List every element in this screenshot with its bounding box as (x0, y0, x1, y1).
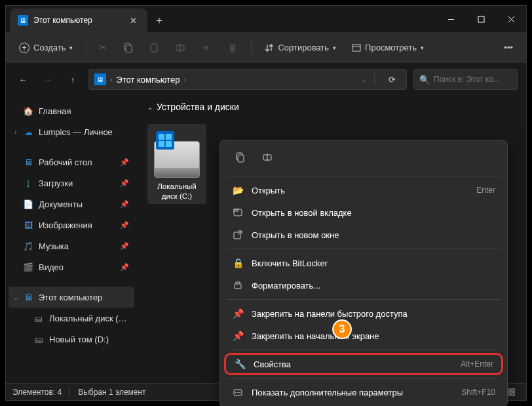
lock-icon: 🔒 (232, 258, 244, 268)
more-button[interactable]: ••• (497, 37, 520, 58)
cloud-icon: ☁ (23, 127, 33, 137)
svg-rect-18 (235, 284, 241, 289)
pin-icon: 📌 (120, 200, 129, 209)
sidebar-downloads[interactable]: ⭣Загрузки📌 (9, 173, 134, 193)
window-controls (436, 6, 526, 32)
svg-rect-25 (508, 393, 510, 396)
pin-icon: 📌 (120, 263, 129, 272)
ctx-pin-quick[interactable]: 📌Закрепить на панели быстрого доступа (224, 302, 503, 325)
maximize-button[interactable] (466, 6, 496, 32)
toolbar: + Создать ▾ ✂ Сортировать ▾ Просмотреть … (6, 32, 526, 64)
home-icon: 🏠 (23, 106, 33, 116)
sidebar-home[interactable]: 🏠Главная (9, 100, 134, 121)
ctx-format[interactable]: Форматировать... (224, 274, 503, 296)
view-button[interactable]: Просмотреть ▾ (345, 37, 430, 58)
refresh-button[interactable]: ⟳ (383, 70, 401, 89)
more-icon (232, 387, 244, 397)
rename-button[interactable] (168, 37, 192, 58)
thispc-icon: 🖥 (18, 15, 28, 26)
document-icon: 📄 (23, 199, 33, 209)
close-button[interactable] (496, 6, 526, 32)
chevron-right-icon[interactable]: › (11, 129, 20, 136)
delete-button[interactable] (221, 37, 244, 58)
svg-point-20 (235, 392, 237, 394)
minimize-button[interactable] (436, 6, 466, 32)
sidebar-onedrive[interactable]: ›☁Lumpics — Личное (9, 121, 134, 142)
ctx-properties[interactable]: 🔧СвойстваAlt+Enter (224, 353, 503, 375)
group-header[interactable]: ⌄ Устройства и диски (147, 102, 516, 112)
chevron-down-icon: ▾ (421, 45, 424, 51)
image-icon: 🖼 (23, 220, 33, 230)
thispc-icon: 🖥 (23, 292, 33, 302)
new-tab-button[interactable]: ＋ (147, 9, 171, 32)
sidebar-documents[interactable]: 📄Документы📌 (9, 193, 134, 214)
svg-rect-24 (512, 389, 514, 392)
svg-rect-1 (478, 16, 484, 22)
sidebar-desktop[interactable]: 🖥Рабочий стол📌 (9, 152, 134, 173)
ctx-open-tab[interactable]: Открыть в новой вкладке (224, 201, 503, 224)
chevron-down-icon: ⌄ (147, 104, 153, 111)
svg-point-21 (237, 392, 238, 394)
pin-icon: 📌 (232, 331, 244, 341)
thispc-icon: 🖥 (94, 73, 106, 85)
svg-rect-23 (508, 389, 510, 392)
ctx-open-window[interactable]: Открыть в новом окне (224, 224, 503, 246)
svg-rect-5 (126, 45, 132, 52)
back-button[interactable]: ← (14, 70, 32, 89)
copy-icon (123, 43, 133, 53)
sidebar-drive-d[interactable]: 🖴Новый том (D:) (9, 329, 134, 350)
search-box[interactable]: 🔍 (413, 69, 518, 90)
status-selected: Выбран 1 элемент (78, 388, 145, 397)
breadcrumb[interactable]: 🖥 › Этот компьютер › ⌄ ⟳ (88, 69, 407, 90)
svg-rect-16 (234, 209, 238, 211)
cut-icon: ✂ (100, 43, 107, 52)
chevron-right-icon: › (110, 76, 112, 83)
copy-button[interactable] (228, 147, 252, 168)
status-count: Элементов: 4 (12, 388, 62, 397)
cut-button[interactable]: ✂ (93, 37, 113, 58)
ctx-open[interactable]: 📂ОткрытьEnter (224, 179, 503, 201)
share-button[interactable] (195, 37, 218, 58)
ctx-pin-start[interactable]: 📌Закрепить на начальном экране (224, 325, 503, 347)
sidebar-drive-c[interactable]: 🖴Локальный диск (C:) (9, 308, 134, 329)
breadcrumb-item[interactable]: Этот компьютер (116, 75, 180, 85)
titlebar: 🖥 Этот компьютер ✕ ＋ (6, 6, 526, 32)
format-icon (232, 280, 244, 291)
trash-icon (227, 43, 238, 53)
sort-icon (265, 43, 274, 52)
context-menu: 📂ОткрытьEnter Открыть в новой вкладке От… (219, 140, 508, 406)
create-button[interactable]: + Создать ▾ (12, 37, 79, 58)
copy-button[interactable] (116, 37, 140, 58)
desktop-icon: 🖥 (23, 157, 33, 167)
chevron-down-icon[interactable]: ⌄ (11, 294, 20, 301)
paste-button[interactable] (142, 37, 166, 58)
copy-icon (235, 152, 245, 163)
view-icon (352, 43, 361, 52)
sidebar-videos[interactable]: 🎬Видео📌 (9, 256, 134, 277)
chevron-down-icon[interactable]: ⌄ (361, 76, 366, 83)
sidebar-thispc[interactable]: ⌄🖥Этот компьютер (9, 287, 134, 308)
up-button[interactable]: ↑ (64, 70, 82, 89)
drive-c[interactable]: Локальный диск (C:) (147, 124, 206, 204)
tab-thispc[interactable]: 🖥 Этот компьютер ✕ (10, 9, 147, 32)
chevron-down-icon: ▾ (69, 45, 73, 51)
rename-button[interactable] (256, 147, 279, 168)
sidebar-pictures[interactable]: 🖼Изображения📌 (9, 214, 134, 235)
annotation-badge: 3 (332, 319, 352, 339)
sort-button[interactable]: Сортировать ▾ (258, 37, 343, 58)
ctx-more[interactable]: Показать дополнительные параметрыShift+F… (224, 381, 503, 403)
sidebar: 🏠Главная ›☁Lumpics — Личное 🖥Рабочий сто… (6, 95, 137, 383)
rename-icon (262, 152, 273, 163)
forward-button[interactable]: → (39, 70, 57, 89)
tab-title: Этот компьютер (33, 16, 121, 25)
video-icon: 🎬 (23, 262, 33, 272)
pin-icon: 📌 (120, 221, 129, 230)
drive-icon: 🖴 (33, 334, 44, 344)
svg-point-22 (239, 392, 240, 394)
tab-close-button[interactable]: ✕ (126, 14, 140, 27)
search-icon: 🔍 (419, 75, 430, 85)
ctx-bitlocker[interactable]: 🔒Включить BitLocker (224, 252, 503, 274)
folder-open-icon: 📂 (232, 185, 244, 195)
sidebar-music[interactable]: 🎵Музыка📌 (9, 235, 134, 256)
search-input[interactable] (434, 75, 512, 84)
